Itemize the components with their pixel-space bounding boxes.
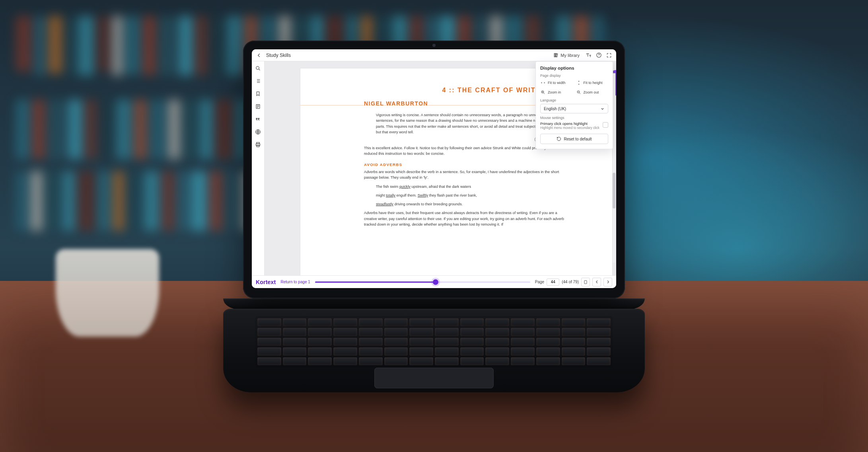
book-title: Study Skills: [266, 53, 291, 58]
scrollbar-thumb[interactable]: [613, 173, 615, 208]
body-paragraph-2: Adverbs are words which describe the ver…: [364, 169, 565, 181]
example-line-3: steadfastly driving onwards to their bre…: [376, 201, 565, 207]
reader-app: Study Skills My library: [252, 49, 616, 288]
toc-icon[interactable]: [255, 77, 262, 84]
brand-logo: Kortext: [256, 279, 276, 285]
page-display-label: Page display: [540, 74, 608, 78]
svg-rect-9: [584, 281, 587, 284]
single-page-button[interactable]: [581, 278, 590, 286]
example-line-1: The fish swim quickly upstream, afraid t…: [376, 184, 565, 189]
mouse-primary-text: Primary click opens highlight: [540, 121, 599, 126]
camera-dot: [432, 44, 436, 47]
fit-width-icon: [540, 80, 546, 86]
prev-page-button[interactable]: [592, 278, 601, 286]
reset-icon: [557, 136, 561, 141]
body-paragraph-3: Adverbs have their uses, but their frequ…: [364, 210, 565, 227]
fit-height-option[interactable]: Fit to height: [576, 79, 609, 86]
next-page-button[interactable]: [603, 278, 612, 286]
library-icon: [553, 53, 559, 58]
zoom-out-option[interactable]: Zoom out: [576, 89, 609, 96]
language-select[interactable]: English (UK): [540, 104, 608, 113]
my-library-button[interactable]: My library: [552, 52, 581, 58]
bookmark-icon[interactable]: [255, 90, 262, 97]
keyboard: [255, 316, 613, 368]
example-line-2: might totally engulf them. Swiftly they …: [376, 193, 565, 198]
section-subhead: AVOID ADVERBS: [364, 162, 584, 167]
trackpad: [374, 368, 494, 388]
zoom-in-icon: [540, 90, 546, 95]
back-button[interactable]: [256, 52, 262, 58]
svg-point-1: [256, 66, 259, 69]
fit-width-option[interactable]: Fit to width: [540, 79, 573, 86]
coffee-cup: [56, 249, 159, 337]
footer: Kortext Return to page 1 Page (44 of 79): [252, 275, 616, 288]
page-controls: Page (44 of 79): [535, 278, 612, 286]
laptop: Study Skills My library: [223, 41, 645, 392]
help-button[interactable]: [596, 52, 602, 58]
scrollbar-track[interactable]: [613, 73, 615, 263]
print-icon[interactable]: [255, 141, 262, 148]
zoom-in-option[interactable]: Zoom in: [540, 89, 573, 96]
display-options-panel: Display options Page display Fit to widt…: [535, 61, 613, 149]
panel-title: Display options: [540, 66, 608, 70]
page-input[interactable]: [547, 279, 559, 286]
fit-height-icon: [576, 80, 582, 86]
mouse-primary-checkbox[interactable]: [603, 122, 608, 128]
page-progress-slider[interactable]: [315, 279, 530, 285]
reset-to-default-button[interactable]: Reset to default: [540, 134, 608, 144]
notes-icon[interactable]: [255, 103, 262, 110]
text-settings-button[interactable]: [585, 52, 592, 58]
quote-citation: (Strunk and White, 2: [348, 137, 565, 141]
page-label: Page: [535, 280, 544, 284]
slider-fill: [315, 281, 436, 282]
fullscreen-button[interactable]: [606, 52, 612, 58]
citation-icon[interactable]: [255, 115, 262, 123]
search-icon[interactable]: [255, 64, 262, 72]
left-toolstrip: [252, 61, 265, 275]
slider-thumb[interactable]: [433, 279, 438, 285]
mouse-secondary-text: Highlight menu moved to secondary click: [540, 126, 599, 130]
language-value: English (UK): [544, 107, 566, 111]
translate-icon[interactable]: [255, 128, 262, 135]
chapter-heading: 4 :: THE CRAFT OF WRITING: [348, 87, 549, 94]
main-area: 4 :: THE CRAFT OF WRITING NIGEL WARBURTO…: [252, 61, 616, 275]
my-library-label: My library: [561, 53, 580, 58]
page-total: (44 of 79): [562, 280, 579, 284]
language-label: Language: [540, 98, 608, 102]
zoom-out-icon: [576, 90, 582, 95]
return-to-page-link[interactable]: Return to page 1: [280, 280, 310, 284]
topbar: Study Skills My library: [252, 49, 616, 61]
chevron-down-icon: [600, 107, 605, 111]
mouse-settings-label: Mouse settings: [540, 116, 608, 120]
